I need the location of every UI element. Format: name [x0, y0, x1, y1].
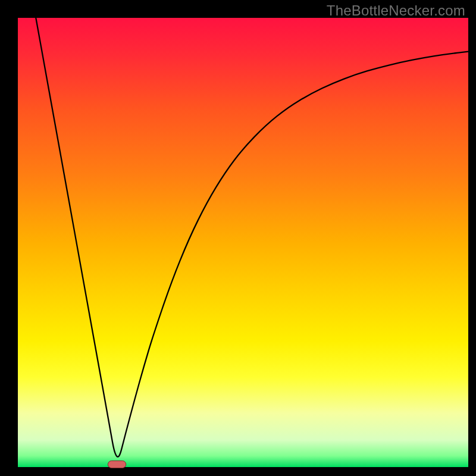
chart-stage: TheBottleNecker.com	[0, 0, 476, 476]
plot-background	[18, 18, 468, 467]
apex-marker	[108, 461, 126, 468]
bottleneck-chart	[0, 0, 476, 476]
watermark-text: TheBottleNecker.com	[327, 2, 465, 19]
